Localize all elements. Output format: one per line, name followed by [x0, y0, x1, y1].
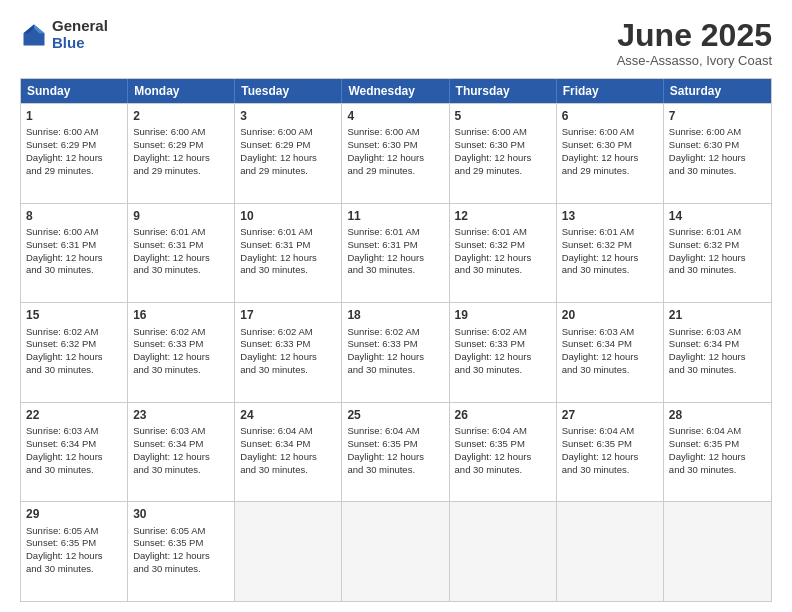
day-info-line: Sunrise: 6:01 AM	[669, 226, 766, 239]
day-number: 18	[347, 307, 443, 323]
day-info-line: Daylight: 12 hours	[133, 152, 229, 165]
day-number: 30	[133, 506, 229, 522]
day-number: 3	[240, 108, 336, 124]
day-info-line: Sunrise: 6:02 AM	[26, 326, 122, 339]
day-number: 14	[669, 208, 766, 224]
day-number: 2	[133, 108, 229, 124]
calendar-row: 15Sunrise: 6:02 AMSunset: 6:32 PMDayligh…	[21, 302, 771, 402]
day-info-line: Sunset: 6:33 PM	[347, 338, 443, 351]
day-info-line: Sunset: 6:34 PM	[26, 438, 122, 451]
month-title: June 2025	[617, 18, 772, 53]
day-info-line: Sunset: 6:34 PM	[562, 338, 658, 351]
day-info-line: Sunset: 6:32 PM	[455, 239, 551, 252]
calendar-cell: 5Sunrise: 6:00 AMSunset: 6:30 PMDaylight…	[450, 104, 557, 203]
day-number: 17	[240, 307, 336, 323]
logo-text: General Blue	[52, 18, 108, 51]
calendar-cell: 2Sunrise: 6:00 AMSunset: 6:29 PMDaylight…	[128, 104, 235, 203]
day-info-line: Sunrise: 6:00 AM	[26, 126, 122, 139]
day-number: 8	[26, 208, 122, 224]
calendar-cell: 22Sunrise: 6:03 AMSunset: 6:34 PMDayligh…	[21, 403, 128, 502]
day-number: 10	[240, 208, 336, 224]
day-info-line: Sunrise: 6:01 AM	[240, 226, 336, 239]
day-info-line: Daylight: 12 hours	[562, 152, 658, 165]
calendar-cell: 16Sunrise: 6:02 AMSunset: 6:33 PMDayligh…	[128, 303, 235, 402]
day-info-line: Sunset: 6:32 PM	[669, 239, 766, 252]
day-info-line: Sunrise: 6:04 AM	[669, 425, 766, 438]
day-info-line: Sunset: 6:30 PM	[347, 139, 443, 152]
day-info-line: Sunset: 6:32 PM	[562, 239, 658, 252]
day-info-line: and 30 minutes.	[669, 464, 766, 477]
day-info-line: Sunset: 6:35 PM	[26, 537, 122, 550]
day-info-line: Sunset: 6:32 PM	[26, 338, 122, 351]
day-info-line: Sunrise: 6:00 AM	[562, 126, 658, 139]
day-info-line: Sunset: 6:30 PM	[455, 139, 551, 152]
day-info-line: and 30 minutes.	[455, 264, 551, 277]
calendar-cell: 11Sunrise: 6:01 AMSunset: 6:31 PMDayligh…	[342, 204, 449, 303]
day-info-line: and 30 minutes.	[133, 563, 229, 576]
day-number: 9	[133, 208, 229, 224]
page: General Blue June 2025 Asse-Assasso, Ivo…	[0, 0, 792, 612]
title-block: June 2025 Asse-Assasso, Ivory Coast	[617, 18, 772, 68]
day-info-line: and 29 minutes.	[240, 165, 336, 178]
calendar-cell: 23Sunrise: 6:03 AMSunset: 6:34 PMDayligh…	[128, 403, 235, 502]
day-info-line: Daylight: 12 hours	[133, 252, 229, 265]
day-info-line: and 30 minutes.	[240, 364, 336, 377]
calendar-cell: 1Sunrise: 6:00 AMSunset: 6:29 PMDaylight…	[21, 104, 128, 203]
day-info-line: Sunset: 6:31 PM	[347, 239, 443, 252]
calendar-cell: 9Sunrise: 6:01 AMSunset: 6:31 PMDaylight…	[128, 204, 235, 303]
calendar-body: 1Sunrise: 6:00 AMSunset: 6:29 PMDaylight…	[21, 103, 771, 601]
day-info-line: Daylight: 12 hours	[133, 550, 229, 563]
calendar-cell: 17Sunrise: 6:02 AMSunset: 6:33 PMDayligh…	[235, 303, 342, 402]
day-number: 29	[26, 506, 122, 522]
logo-icon	[20, 21, 48, 49]
calendar-row: 1Sunrise: 6:00 AMSunset: 6:29 PMDaylight…	[21, 103, 771, 203]
day-info-line: Sunrise: 6:00 AM	[347, 126, 443, 139]
day-number: 24	[240, 407, 336, 423]
day-info-line: and 30 minutes.	[347, 464, 443, 477]
weekday-header: Saturday	[664, 79, 771, 103]
weekday-header: Friday	[557, 79, 664, 103]
day-info-line: Sunset: 6:35 PM	[562, 438, 658, 451]
calendar-cell: 4Sunrise: 6:00 AMSunset: 6:30 PMDaylight…	[342, 104, 449, 203]
calendar-cell: 15Sunrise: 6:02 AMSunset: 6:32 PMDayligh…	[21, 303, 128, 402]
day-info-line: and 30 minutes.	[562, 464, 658, 477]
calendar-header: SundayMondayTuesdayWednesdayThursdayFrid…	[21, 79, 771, 103]
day-info-line: Sunrise: 6:02 AM	[133, 326, 229, 339]
empty-cell	[450, 502, 557, 601]
header: General Blue June 2025 Asse-Assasso, Ivo…	[20, 18, 772, 68]
day-info-line: Sunset: 6:35 PM	[455, 438, 551, 451]
day-info-line: Daylight: 12 hours	[347, 451, 443, 464]
day-number: 6	[562, 108, 658, 124]
weekday-header: Tuesday	[235, 79, 342, 103]
calendar-cell: 14Sunrise: 6:01 AMSunset: 6:32 PMDayligh…	[664, 204, 771, 303]
day-info-line: Sunset: 6:29 PM	[133, 139, 229, 152]
day-number: 26	[455, 407, 551, 423]
day-info-line: Daylight: 12 hours	[669, 252, 766, 265]
day-info-line: Sunset: 6:31 PM	[240, 239, 336, 252]
day-info-line: Daylight: 12 hours	[455, 351, 551, 364]
day-info-line: Sunrise: 6:03 AM	[562, 326, 658, 339]
day-number: 13	[562, 208, 658, 224]
day-info-line: Daylight: 12 hours	[562, 252, 658, 265]
day-info-line: and 30 minutes.	[26, 563, 122, 576]
day-info-line: and 30 minutes.	[133, 464, 229, 477]
day-info-line: and 30 minutes.	[562, 364, 658, 377]
day-info-line: Daylight: 12 hours	[26, 351, 122, 364]
day-info-line: Sunrise: 6:04 AM	[562, 425, 658, 438]
calendar-cell: 29Sunrise: 6:05 AMSunset: 6:35 PMDayligh…	[21, 502, 128, 601]
day-info-line: Sunset: 6:35 PM	[669, 438, 766, 451]
day-number: 25	[347, 407, 443, 423]
calendar-row: 29Sunrise: 6:05 AMSunset: 6:35 PMDayligh…	[21, 501, 771, 601]
day-number: 27	[562, 407, 658, 423]
day-info-line: Sunrise: 6:03 AM	[26, 425, 122, 438]
day-info-line: Sunrise: 6:00 AM	[133, 126, 229, 139]
day-info-line: Sunset: 6:30 PM	[562, 139, 658, 152]
calendar: SundayMondayTuesdayWednesdayThursdayFrid…	[20, 78, 772, 602]
day-info-line: Daylight: 12 hours	[133, 351, 229, 364]
calendar-cell: 20Sunrise: 6:03 AMSunset: 6:34 PMDayligh…	[557, 303, 664, 402]
day-info-line: Daylight: 12 hours	[455, 152, 551, 165]
day-info-line: Sunset: 6:29 PM	[240, 139, 336, 152]
calendar-cell: 21Sunrise: 6:03 AMSunset: 6:34 PMDayligh…	[664, 303, 771, 402]
day-number: 4	[347, 108, 443, 124]
day-number: 11	[347, 208, 443, 224]
